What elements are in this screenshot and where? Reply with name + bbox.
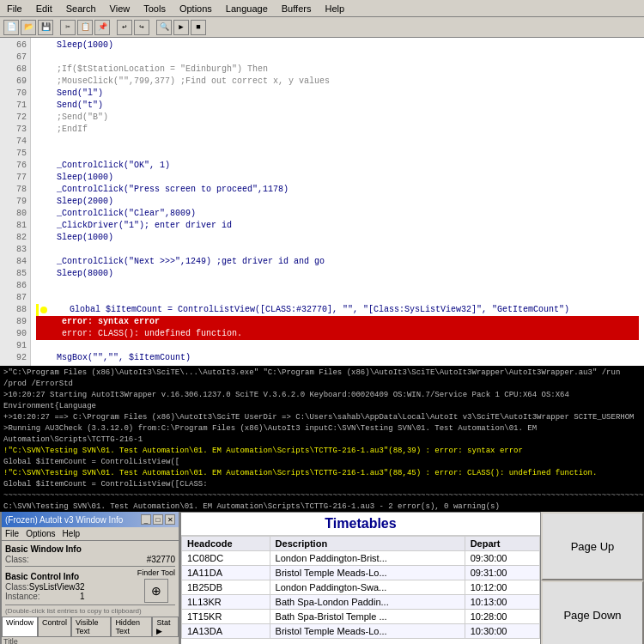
- tt-headcode: 1A13DA: [182, 624, 270, 639]
- wi-tabs: Window Control Visible Text Hidden Text …: [2, 617, 179, 637]
- table-row: 1B25DB London Paddington-Swa... 10:12:00: [182, 580, 540, 595]
- tt-headcode: 1A11DA: [182, 566, 270, 580]
- tt-depart: 10:13:00: [465, 595, 539, 610]
- undo-button[interactable]: ↩: [117, 20, 132, 35]
- line-numbers: 6667686970717273747576777879808182838485…: [0, 38, 31, 366]
- code-content[interactable]: Sleep(1000) ;If($tStationLocation = "Edi…: [31, 38, 644, 366]
- wi-ctrl-instance-value: 1: [80, 592, 85, 601]
- wi-tab-stat[interactable]: Stat ▶: [152, 617, 179, 636]
- wi-tab-visible-text[interactable]: Visible Text: [71, 617, 111, 636]
- table-row: 1T15KR Bath Spa-Bristol Temple ... 10:28…: [182, 610, 540, 624]
- paste-button[interactable]: 📌: [94, 20, 110, 35]
- wi-menubar: File Options Help: [2, 527, 179, 541]
- wi-table-row: Title: [2, 637, 179, 644]
- wi-divider2: [5, 605, 175, 605]
- tt-tbody: 1C08DC London Paddington-Brist... 09:30:…: [182, 551, 540, 639]
- wi-minimize-button[interactable]: _: [141, 514, 151, 525]
- wi-menu-options[interactable]: Options: [26, 529, 55, 538]
- wi-divider1: [5, 566, 175, 567]
- table-row: 1L13KR Bath Spa-London Paddin... 10:13:0…: [182, 595, 540, 610]
- wi-maximize-button[interactable]: □: [153, 514, 163, 525]
- menu-file[interactable]: File: [3, 3, 26, 14]
- wi-tab-window[interactable]: Window: [2, 617, 38, 636]
- wi-titlebar-buttons: _ □ ✕: [141, 514, 175, 525]
- console-area: >"C:\Program Files (x86)\AutoIt3\SciTE\.…: [0, 366, 644, 512]
- tt-description: Bath Spa-Bristol Temple ...: [270, 610, 465, 624]
- page-up-button[interactable]: Page Up: [541, 512, 644, 580]
- wi-tab-hidden-text[interactable]: Hidden Text: [111, 617, 152, 636]
- tt-headcode: 1B25DB: [182, 580, 270, 595]
- menu-options[interactable]: Options: [176, 3, 216, 14]
- new-button[interactable]: 📄: [3, 20, 19, 35]
- finder-tool-label: Finder Tool: [137, 568, 175, 577]
- table-row: 1A13DA Bristol Temple Meads-Lo... 10:30:…: [182, 624, 540, 639]
- timetables-panel: Timetables Headcode Description Depart 1…: [180, 512, 541, 644]
- wi-property-table: TitleClass#32770Position560, 300Size800,…: [2, 637, 179, 644]
- menu-edit[interactable]: Edit: [33, 3, 56, 14]
- finder-button[interactable]: ⊕: [144, 579, 168, 603]
- menu-search[interactable]: Search: [63, 3, 100, 14]
- tt-description: London Paddington-Swa...: [270, 580, 465, 595]
- table-row: 1C08DC London Paddington-Brist... 09:30:…: [182, 551, 540, 566]
- open-button[interactable]: 📂: [21, 20, 36, 35]
- wi-ctrl-instance-row: Instance: 1: [5, 592, 85, 601]
- tt-description: Bristol Temple Meads-Lo...: [270, 566, 465, 580]
- table-row: 1A11DA Bristol Temple Meads-Lo... 09:31:…: [182, 566, 540, 580]
- find-button[interactable]: 🔍: [156, 20, 172, 35]
- menu-bar: File Edit Search View Tools Options Lang…: [0, 0, 644, 17]
- tt-col-description: Description: [270, 537, 465, 551]
- toolbar: 📄 📂 💾 ✂ 📋 📌 ↩ ↪ 🔍 ▶ ■: [0, 17, 644, 38]
- wi-content: Basic Window Info Class: #32770 Basic Co…: [2, 541, 179, 617]
- wi-close-button[interactable]: ✕: [165, 514, 175, 525]
- tt-description: London Paddington-Brist...: [270, 551, 465, 566]
- tt-depart: 10:30:00: [465, 624, 539, 639]
- tt-headcode: 1T15KR: [182, 610, 270, 624]
- save-button[interactable]: 💾: [38, 20, 53, 35]
- menu-view[interactable]: View: [106, 3, 134, 14]
- run-button[interactable]: ▶: [173, 20, 189, 35]
- wi-basic-control-row: Basic Control Info Class: SysListView32 …: [5, 568, 175, 603]
- wi-class-row: Class: #32770: [5, 555, 175, 564]
- wi-basic-control-info: Basic Control Info Class: SysListView32 …: [5, 570, 85, 601]
- tt-table: Headcode Description Depart 1C08DC Londo…: [181, 536, 540, 639]
- stop-button[interactable]: ■: [191, 20, 206, 35]
- wi-ctrl-class-label: Class:: [5, 582, 29, 592]
- wi-menu-file[interactable]: File: [5, 529, 19, 538]
- wi-tab-control[interactable]: Control: [38, 617, 71, 636]
- tt-headcode: 1C08DC: [182, 551, 270, 566]
- wi-ctrl-instance-label: Instance:: [5, 592, 40, 601]
- wi-class-value: #32770: [147, 555, 175, 564]
- tt-col-depart: Depart: [465, 537, 539, 551]
- wi-hint: (Double-click list entries to copy to cl…: [5, 607, 175, 615]
- wi-basic-info-title: Basic Window Info: [5, 544, 175, 554]
- tt-depart: 09:30:00: [465, 551, 539, 566]
- tt-description: Bristol Temple Meads-Lo...: [270, 624, 465, 639]
- redo-button[interactable]: ↪: [134, 20, 149, 35]
- tt-col-headcode: Headcode: [182, 537, 270, 551]
- wi-titlebar: (Frozen) AutoIt v3 Window Info _ □ ✕: [2, 512, 179, 527]
- wi-menu-help[interactable]: Help: [63, 529, 81, 538]
- finder-tool: Finder Tool ⊕: [137, 568, 175, 603]
- copy-button[interactable]: 📋: [77, 20, 93, 35]
- wi-ctrl-class-row: Class: SysListView32: [5, 582, 85, 592]
- menu-tools[interactable]: Tools: [140, 3, 169, 14]
- wi-basic-control-title: Basic Control Info: [5, 572, 85, 581]
- menu-buffers[interactable]: Buffers: [278, 3, 315, 14]
- window-info-panel: (Frozen) AutoIt v3 Window Info _ □ ✕ Fil…: [0, 512, 180, 644]
- code-area: 6667686970717273747576777879808182838485…: [0, 38, 644, 366]
- tt-title: Timetables: [181, 513, 540, 536]
- tt-headcode: 1L13KR: [182, 595, 270, 610]
- menu-language[interactable]: Language: [222, 3, 271, 14]
- wi-title: (Frozen) AutoIt v3 Window Info: [5, 515, 123, 525]
- bottom-panel: (Frozen) AutoIt v3 Window Info _ □ ✕ Fil…: [0, 512, 644, 644]
- wi-ctrl-class-value: SysListView32: [29, 582, 85, 592]
- tt-depart: 09:31:00: [465, 566, 539, 580]
- tt-depart: 10:12:00: [465, 580, 539, 595]
- cut-button[interactable]: ✂: [60, 20, 76, 35]
- page-down-button[interactable]: Page Down: [541, 580, 644, 644]
- page-buttons: Page Up Page Down: [541, 512, 644, 644]
- menu-help[interactable]: Help: [321, 3, 348, 14]
- tt-description: Bath Spa-London Paddin...: [270, 595, 465, 610]
- tt-depart: 10:28:00: [465, 610, 539, 624]
- wi-class-label: Class:: [5, 555, 29, 564]
